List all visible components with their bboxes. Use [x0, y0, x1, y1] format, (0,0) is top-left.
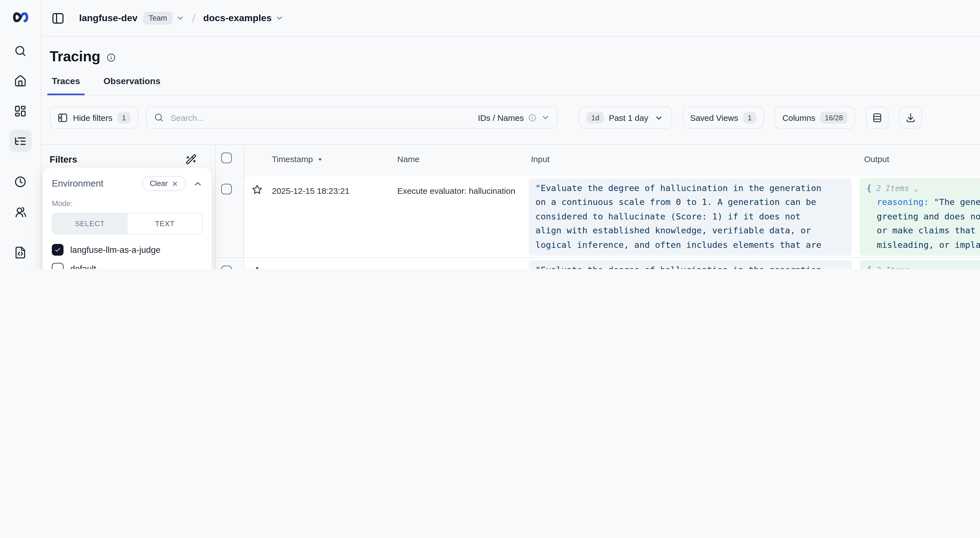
trace-name: Execute evaluator: hallucination [397, 176, 529, 257]
page-title: Tracing [49, 48, 100, 65]
sidebar-group [0, 237, 41, 269]
environment-option-label: langfuse-llm-as-a-judge [70, 245, 161, 255]
sidebar-toggle-icon[interactable] [51, 11, 65, 25]
sort-desc-icon [317, 154, 323, 163]
mode-text-option[interactable]: TEXT [127, 213, 202, 234]
prompts-file-code-icon [9, 241, 32, 263]
row-checkbox[interactable] [221, 266, 232, 269]
breadcrumb-environment[interactable]: docs-examples [203, 13, 272, 24]
environment-option[interactable]: default [52, 263, 203, 269]
filters-title: Filters [49, 154, 77, 165]
tabs: Traces Observations [41, 65, 980, 96]
search-icon [154, 113, 164, 122]
columns-button[interactable]: Columns 16/28 [775, 106, 855, 129]
trace-name: Execute evaluator: hallucination [397, 258, 529, 269]
environment-option[interactable]: langfuse-llm-as-a-judge [52, 244, 203, 256]
json-line: misleading, or impla [866, 238, 980, 252]
project-chevron-down-icon[interactable] [176, 14, 185, 22]
sidebar-item-users[interactable] [0, 197, 41, 227]
json-collapse-header[interactable]: { 2 Items ⌄ [866, 263, 980, 269]
trace-row-card[interactable]: 2025-12-15 18:23:21Execute evaluator: ha… [244, 176, 980, 258]
sidebar-item-search[interactable] [0, 36, 41, 66]
sidebar-item-dashboard[interactable] [0, 96, 41, 126]
langfuse-logo-icon[interactable] [11, 9, 30, 25]
rows-icon [872, 112, 883, 123]
table-row: 2025-12-15 18:23:21Execute evaluator: ha… [216, 176, 980, 258]
search-input[interactable] [169, 112, 478, 123]
hide-filters-label: Hide filters [73, 113, 113, 122]
saved-views-label: Saved Views [690, 113, 738, 122]
mode-segmented-control: SELECT TEXT [52, 213, 203, 235]
row-checkbox[interactable] [221, 184, 232, 194]
collapse-chevron-up-icon[interactable] [193, 178, 203, 189]
sidebar [0, 0, 41, 269]
trace-timestamp: 2025-12-15 18:12:31 [272, 258, 397, 269]
search-box: IDs / Names [146, 106, 558, 129]
header-columns: Timestamp Name Input Output [244, 145, 980, 176]
sidebar-item-home[interactable] [0, 66, 41, 96]
json-line: greeting and does no [866, 210, 980, 224]
trace-row-card[interactable]: 2025-12-15 18:12:31Execute evaluator: ha… [244, 258, 980, 269]
bookmark-star-icon[interactable] [244, 176, 272, 257]
row-checkbox-cell [216, 258, 244, 269]
environment-option-label: default [70, 264, 96, 269]
columns-label: Columns [783, 113, 815, 122]
select-all-checkbox[interactable] [221, 152, 232, 163]
page-head: Tracing [41, 37, 980, 65]
column-header-timestamp[interactable]: Timestamp [272, 145, 397, 176]
sidebar-item-playground-terminal[interactable] [0, 267, 41, 269]
project-type-badge[interactable]: Team [143, 12, 173, 24]
hide-filters-button[interactable]: Hide filters 1 [49, 106, 138, 129]
sidebar-item-sessions-clock[interactable] [0, 167, 41, 197]
environment-filter-name: Environment [52, 178, 103, 189]
breadcrumb-divider: / [192, 11, 196, 25]
environment-options: langfuse-llm-as-a-judgedefault [52, 244, 203, 269]
json-chevron-down-icon: ⌄ [914, 266, 918, 269]
saved-views-button[interactable]: Saved Views 1 [682, 106, 764, 129]
sidebar-group [0, 36, 41, 156]
columns-count-badge: 16/28 [820, 112, 847, 123]
time-range-label: Past 1 day [609, 113, 648, 122]
trace-output-cell: { 2 Items ⌄reasoning: "Since boare missi… [856, 258, 980, 269]
app-window: langfuse-dev Team / docs-examples Tracin… [0, 0, 980, 269]
environment-chevron-down-icon[interactable] [275, 14, 283, 22]
download-icon [905, 112, 916, 123]
dashboard-icon [9, 100, 32, 122]
filters-count-badge: 1 [118, 112, 130, 123]
json-items-count: 2 Items [872, 184, 914, 193]
content: Filters Trace NameTrace IDUser IDSession… [41, 144, 980, 269]
table-rows: 2025-12-15 18:23:21Execute evaluator: ha… [216, 176, 980, 269]
checkbox-checked[interactable] [52, 244, 64, 256]
checkbox-unchecked[interactable] [52, 263, 64, 269]
row-height-button[interactable] [866, 106, 889, 129]
json-line: or make claims that [866, 224, 980, 238]
tab-traces[interactable]: Traces [47, 76, 84, 95]
search-scope-selector[interactable]: IDs / Names [478, 113, 550, 122]
time-range-badge: 1d [587, 112, 604, 123]
json-items-count: 2 Items [872, 266, 914, 269]
json-brace: { [866, 183, 872, 193]
page-info-icon[interactable] [107, 52, 116, 62]
sidebar-item-tracing[interactable] [0, 126, 41, 156]
table-top: Timestamp Name Input Output 2025-12-15 1… [215, 145, 980, 269]
table-header: Timestamp Name Input Output [216, 145, 980, 176]
clear-filter-button[interactable]: Clear [142, 176, 186, 191]
header-star-spacer [244, 145, 272, 176]
tab-observations[interactable]: Observations [99, 76, 165, 95]
users-icon [9, 200, 32, 223]
environment-filter-header[interactable]: Environment Clear [52, 176, 203, 191]
time-range-button[interactable]: 1d Past 1 day [579, 106, 671, 129]
json-collapse-header[interactable]: { 2 Items ⌄ [866, 182, 980, 196]
export-button[interactable] [899, 106, 922, 129]
trace-input-cell: "Evaluate the degree of hallucination in… [529, 258, 856, 269]
sidebar-item-prompts-file-code[interactable] [0, 237, 41, 267]
sidebar-nav [0, 36, 41, 269]
environment-filter-card: Environment Clear Mode: SELECT TEXT lang… [43, 168, 212, 269]
header-checkbox-cell [216, 145, 244, 176]
bookmark-star-icon[interactable] [244, 258, 272, 269]
breadcrumb-project[interactable]: langfuse-dev [79, 13, 138, 24]
wand-sparkles-icon[interactable] [186, 154, 197, 165]
topbar: langfuse-dev Team / docs-examples [41, 0, 980, 37]
row-checkbox-cell [216, 176, 244, 258]
mode-select-option[interactable]: SELECT [52, 213, 127, 234]
